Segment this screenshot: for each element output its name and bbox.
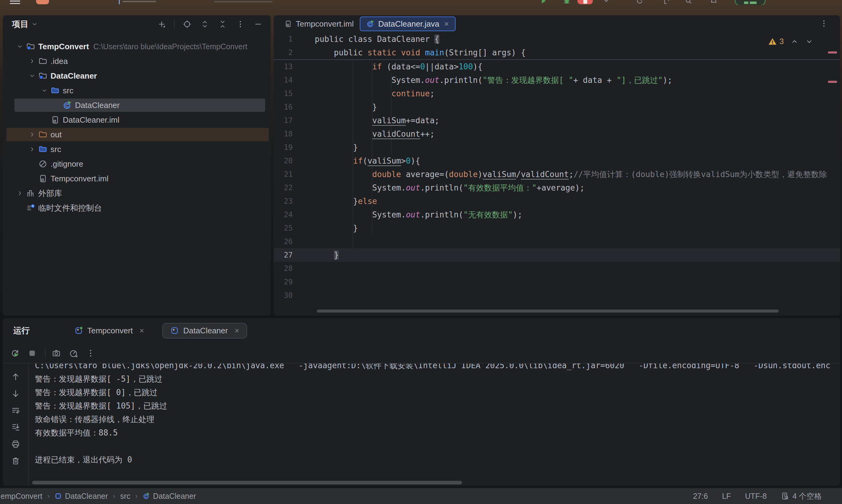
code-line-29[interactable]: 29 [274,275,840,289]
editor-horizontal-scrollbar[interactable] [317,309,779,312]
code-line-20[interactable]: 20 if(valiSum>0){ [274,154,840,167]
breadcrumb-empconvert[interactable]: empConvert [1,492,42,501]
code-line-22[interactable]: 22 System.out.println("有效数据平均值："+average… [274,181,840,195]
code-line-27[interactable]: 27 } [274,248,840,262]
more-icon[interactable] [85,347,97,359]
chevron-down-icon[interactable] [32,21,38,27]
code-text: System.out.println("警告：发现越界数据[ "+ data +… [293,73,840,87]
chevron-right-icon[interactable] [26,58,38,64]
chevron-right-icon[interactable] [26,146,38,152]
editor-tab-tempconvert.iml[interactable]: Tempconvert.iml [278,17,360,31]
locate-icon[interactable] [182,19,192,29]
code-line-18[interactable]: 18 validCount++; [274,127,840,141]
arrow-up-icon[interactable] [11,372,21,382]
code-line-13[interactable]: 13 if (data<=0||data>100){ [274,60,840,73]
menu-icon[interactable] [10,1,20,2]
notifications-icon[interactable] [710,0,718,5]
chevron-down-icon[interactable] [38,88,51,94]
tree-item-datacleaner.iml[interactable]: DataCleaner.iml [3,112,271,127]
stop-button[interactable] [578,0,593,4]
editor-tab-datacleaner.java[interactable]: DataCleaner.java× [360,17,456,31]
chevron-down-icon[interactable] [603,0,610,4]
breadcrumb-src[interactable]: src [120,492,131,501]
more-icon[interactable] [235,19,245,29]
error-stripe-mark[interactable] [828,51,837,54]
debug-icon[interactable] [563,0,571,5]
tree-item-.idea[interactable]: .idea [3,54,271,69]
code-text: valiSum+=data; [293,114,840,127]
indent-style[interactable]: 4 个空格 [781,491,822,501]
print-icon[interactable] [11,439,21,449]
thread-dump-icon[interactable] [50,347,63,359]
arrow-down-icon[interactable] [11,389,21,399]
code-line-24[interactable]: 24 System.out.println("无有效数据"); [274,208,840,221]
expand-all-icon[interactable] [200,19,210,29]
code-line-26[interactable]: 26 [274,235,840,248]
code-editor[interactable]: 1public class DataCleaner {2 public stat… [274,32,840,316]
code-line-21[interactable]: 21 double average=(double)valiSum/validC… [274,167,840,181]
breadcrumb-datacleaner[interactable]: DataCleaner [143,492,196,501]
run-config-sliver[interactable] [214,1,273,2]
add-icon[interactable] [156,19,167,29]
tree-item-[interactable]: 临时文件和控制台 [3,201,271,215]
close-icon[interactable]: × [235,326,239,335]
line-separator[interactable]: LF [722,492,731,501]
hide-icon[interactable] [253,19,263,29]
scroll-to-end-icon[interactable] [11,422,21,432]
chevron-right-icon[interactable] [14,190,26,196]
file-encoding[interactable]: UTF-8 [745,492,767,501]
soft-wrap-icon[interactable] [11,405,21,416]
inspection-widget[interactable]: 3 [768,37,813,46]
code-line-30[interactable]: 30 [274,289,840,302]
caret-position[interactable]: 27:6 [693,492,708,501]
project-panel-header: 项目 [3,15,271,33]
profiler-icon[interactable] [67,347,80,359]
code-line-16[interactable]: 16 } [274,100,840,114]
code-line-17[interactable]: 17 valiSum+=data; [274,114,840,127]
console-horizontal-scrollbar[interactable] [32,481,462,484]
error-stripe-mark[interactable] [828,81,837,83]
tree-item-src[interactable]: src [3,142,271,157]
tree-item-tempconvert[interactable]: TempConvertC:\Users\taro blue\IdeaProjec… [3,39,271,54]
tree-item-.gitignore[interactable]: .gitignore [3,157,271,171]
commit-icon[interactable] [663,0,671,5]
code-text: } [293,221,840,235]
collapse-all-icon[interactable] [218,19,228,29]
breadcrumb-datacleaner[interactable]: DataCleaner [54,492,108,501]
code-line-2[interactable]: 2 public static void main(String[] args)… [274,46,840,59]
code-line-25[interactable]: 25 } [274,221,840,235]
chevron-down-icon[interactable] [26,73,38,79]
prev-problem-icon[interactable] [791,38,798,46]
next-problem-icon[interactable] [805,38,813,46]
run-tab-tempconvert[interactable]: Tempconvert× [66,323,152,339]
tree-item-src[interactable]: src [3,83,271,98]
code-line-1[interactable]: 1public class DataCleaner { [274,32,840,46]
rerun-icon[interactable] [636,0,643,5]
stop-icon[interactable] [26,347,38,359]
tree-item-[interactable]: 外部库 [3,186,271,201]
chevron-right-icon[interactable] [26,131,38,138]
tree-item-label: 外部库 [38,188,62,199]
search-icon[interactable] [685,0,692,5]
run-tab-datacleaner[interactable]: DataCleaner× [162,323,247,339]
run-console[interactable]: C:\Users\taro blue\.jdks\openjdk-20.0.2\… [29,364,840,486]
rerun-icon[interactable] [9,347,21,359]
code-text: } [293,141,840,154]
tree-item-tempconvert.iml[interactable]: Tempconvert.iml [3,171,271,186]
close-icon[interactable]: × [443,19,449,29]
editor-options-icon[interactable] [819,18,829,29]
tree-item-datacleaner[interactable]: DataCleaner [3,69,271,83]
code-line-23[interactable]: 23 }else [274,195,840,208]
run-icon[interactable] [539,0,548,5]
license-pill[interactable] [735,0,766,5]
chevron-down-icon[interactable] [14,43,26,50]
tree-item-datacleaner[interactable]: DataCleaner [3,98,271,112]
code-text: public static void main(String[] args) { [293,46,840,59]
code-line-19[interactable]: 19 } [274,141,840,154]
close-icon[interactable]: × [140,326,144,335]
code-line-15[interactable]: 15 continue; [274,87,840,100]
code-line-14[interactable]: 14 System.out.println("警告：发现越界数据[ "+ dat… [274,73,840,87]
tree-item-out[interactable]: out [3,127,271,142]
code-line-28[interactable]: 28 [274,262,840,275]
clear-all-icon[interactable] [11,456,21,466]
